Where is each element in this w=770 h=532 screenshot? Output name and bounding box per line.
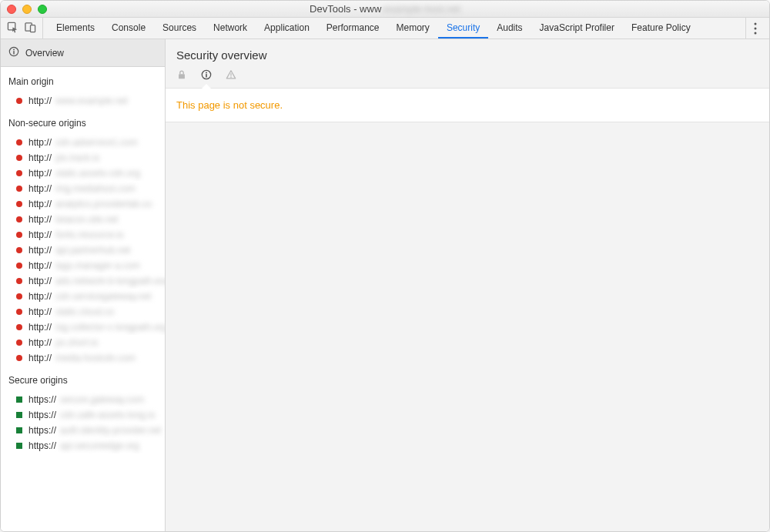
inspect-element-icon[interactable] bbox=[7, 22, 18, 35]
security-sidebar: Overview Main origin http://www.example.… bbox=[1, 39, 166, 531]
origin-item[interactable]: http://cdn.servicegateway.net bbox=[1, 289, 165, 304]
devtools-toolbar: ElementsConsoleSourcesNetworkApplication… bbox=[1, 18, 769, 39]
origin-item[interactable]: http://static.assets-cdn.org bbox=[1, 166, 165, 181]
origin-host: px.short.io bbox=[55, 337, 98, 348]
devtools-window: DevTools - www.example-host.net Elements… bbox=[0, 0, 770, 532]
zoom-window-button[interactable] bbox=[38, 5, 47, 14]
security-overview-heading: Security overview bbox=[166, 39, 769, 66]
origin-item[interactable]: http://pix.track.io bbox=[1, 150, 165, 166]
origin-scheme: http:// bbox=[28, 322, 52, 333]
origin-scheme: http:// bbox=[28, 95, 52, 106]
origin-item[interactable]: https://api.secureedge.org bbox=[1, 438, 165, 453]
origin-scheme: http:// bbox=[28, 214, 52, 225]
origin-host: auth.identity-provider.net bbox=[60, 425, 161, 436]
tab-security[interactable]: Security bbox=[438, 18, 488, 38]
origin-host: tags.manager-a.com bbox=[55, 260, 140, 271]
sidebar-overview[interactable]: Overview bbox=[1, 39, 165, 67]
origin-scheme: http:// bbox=[28, 291, 52, 302]
security-main: Security overview This page is not secur… bbox=[166, 39, 769, 531]
origin-item[interactable]: http://px.short.io bbox=[1, 335, 165, 350]
insecure-indicator-icon bbox=[16, 340, 22, 346]
origin-host: www.example.net bbox=[55, 95, 128, 106]
tab-javascript-profiler[interactable]: JavaScript Profiler bbox=[531, 18, 623, 38]
section-title-main-origin: Main origin bbox=[1, 67, 165, 93]
tab-application[interactable]: Application bbox=[256, 18, 318, 38]
svg-point-4 bbox=[755, 27, 757, 29]
origin-item[interactable]: http://api.partnerhub.net bbox=[1, 243, 165, 258]
origin-item[interactable]: http://cdn.adservice1.com bbox=[1, 135, 165, 150]
insecure-indicator-icon bbox=[16, 293, 22, 299]
origin-item[interactable]: http://tags.manager-a.com bbox=[1, 258, 165, 273]
tab-sources[interactable]: Sources bbox=[154, 18, 205, 38]
origin-host: log.collector-c-longpath.org bbox=[55, 322, 165, 333]
origin-item[interactable]: http://ads.network-b-longpath.example bbox=[1, 273, 165, 289]
origin-host: api.secureedge.org bbox=[60, 440, 139, 451]
origin-item[interactable]: http://log.collector-c-longpath.org bbox=[1, 320, 165, 335]
secure-indicator-icon bbox=[16, 396, 22, 403]
more-options-button[interactable] bbox=[745, 18, 765, 38]
insecure-indicator-icon bbox=[16, 263, 22, 269]
origin-item[interactable]: https://cdn.safe-assets-long.io bbox=[1, 407, 165, 423]
window-titlebar: DevTools - www.example-host.net bbox=[1, 1, 769, 18]
origin-scheme: https:// bbox=[28, 440, 56, 451]
lock-icon[interactable] bbox=[176, 69, 187, 80]
origin-host: cdn.safe-assets-long.io bbox=[60, 410, 155, 420]
insecure-indicator-icon bbox=[16, 98, 22, 104]
origin-item[interactable]: http://media.hostcdn.com bbox=[1, 350, 165, 366]
tab-console[interactable]: Console bbox=[103, 18, 154, 38]
origin-item[interactable]: http://fonts.resource.io bbox=[1, 227, 165, 243]
origin-item[interactable]: http://analytics.providerlab.co bbox=[1, 196, 165, 212]
origin-item[interactable]: http://www.example.net bbox=[1, 93, 165, 109]
origin-scheme: https:// bbox=[28, 410, 56, 420]
insecure-indicator-icon bbox=[16, 155, 22, 161]
origin-item[interactable]: http://beacon.site.net bbox=[1, 212, 165, 227]
secure-indicator-icon bbox=[16, 427, 22, 433]
insecure-indicator-icon bbox=[16, 201, 22, 207]
info-icon[interactable] bbox=[201, 69, 212, 80]
origin-scheme: https:// bbox=[28, 425, 56, 436]
minimize-window-button[interactable] bbox=[22, 5, 32, 14]
tab-feature-policy[interactable]: Feature Policy bbox=[623, 18, 699, 38]
origin-scheme: https:// bbox=[28, 394, 56, 405]
insecure-indicator-icon bbox=[16, 355, 22, 361]
origin-scheme: http:// bbox=[28, 229, 52, 240]
origin-host: cdn.servicegateway.net bbox=[55, 291, 152, 302]
tab-elements[interactable]: Elements bbox=[48, 18, 103, 38]
tab-audits[interactable]: Audits bbox=[488, 18, 531, 38]
origin-host: static.assets-cdn.org bbox=[55, 168, 140, 179]
secure-indicator-icon bbox=[16, 443, 22, 449]
tab-memory[interactable]: Memory bbox=[388, 18, 438, 38]
window-title: DevTools - www.example-host.net bbox=[1, 3, 769, 15]
origin-item[interactable]: https://secure.gateway.com bbox=[1, 392, 165, 407]
origin-scheme: http:// bbox=[28, 245, 52, 256]
insecure-indicator-icon bbox=[16, 309, 22, 315]
svg-rect-13 bbox=[230, 73, 231, 75]
section-title-secure: Secure origins bbox=[1, 366, 165, 392]
origin-host: beacon.site.net bbox=[55, 214, 118, 225]
section-title-nonsecure: Non-secure origins bbox=[1, 109, 165, 135]
svg-point-5 bbox=[755, 32, 757, 34]
sidebar-overview-label: Overview bbox=[25, 48, 64, 59]
info-icon bbox=[8, 46, 19, 59]
insecure-indicator-icon bbox=[16, 278, 22, 284]
insecure-indicator-icon bbox=[16, 247, 22, 253]
tab-network[interactable]: Network bbox=[205, 18, 256, 38]
origin-item[interactable]: https://auth.identity-provider.net bbox=[1, 423, 165, 438]
origin-host: img.mediahost.com bbox=[55, 183, 136, 194]
origin-scheme: http:// bbox=[28, 152, 52, 163]
origin-scheme: http:// bbox=[28, 137, 52, 148]
tab-performance[interactable]: Performance bbox=[318, 18, 388, 38]
device-toggle-icon[interactable] bbox=[25, 22, 36, 35]
origin-item[interactable]: http://static.cloud.co bbox=[1, 304, 165, 320]
security-status-icons bbox=[166, 66, 769, 88]
origin-host: cdn.adservice1.com bbox=[55, 137, 138, 148]
close-window-button[interactable] bbox=[7, 5, 16, 14]
svg-point-14 bbox=[230, 76, 232, 78]
svg-rect-8 bbox=[13, 51, 14, 54]
svg-point-7 bbox=[13, 49, 15, 51]
svg-point-3 bbox=[755, 22, 757, 25]
origin-item[interactable]: http://img.mediahost.com bbox=[1, 181, 165, 196]
svg-point-11 bbox=[206, 72, 207, 73]
insecure-indicator-icon bbox=[16, 170, 22, 176]
warning-icon[interactable] bbox=[226, 69, 236, 80]
